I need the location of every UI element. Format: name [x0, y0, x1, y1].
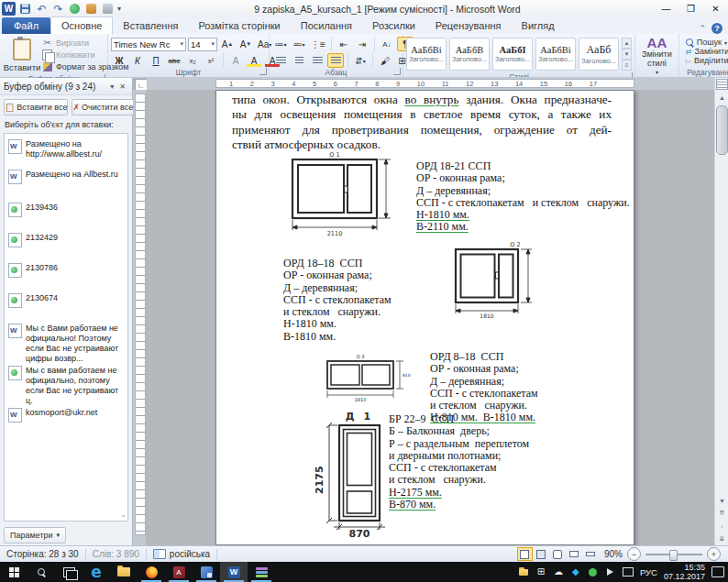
- tray-blue-icon[interactable]: ◆: [570, 567, 581, 577]
- previous-page-button[interactable]: ⇈: [715, 507, 728, 520]
- zoom-in-button[interactable]: +: [707, 547, 721, 561]
- clipboard-options-button[interactable]: Параметри▾: [4, 527, 66, 544]
- clipboard-item[interactable]: 2132429: [8, 233, 126, 253]
- text-effects-button[interactable]: А: [227, 53, 244, 68]
- bullets-button[interactable]: ≔▾: [272, 37, 289, 51]
- style-heading1[interactable]: АаБбВіЗаголово...: [406, 38, 447, 71]
- horizontal-ruler[interactable]: 1 2 3 4 5 6 7 8 9 10 11 12 13 14 15 16 1…: [147, 77, 714, 90]
- help-icon[interactable]: ?: [711, 23, 722, 34]
- winrar-button[interactable]: [248, 562, 275, 582]
- clipboard-item[interactable]: Мы с вами работаем не официально, поэтом…: [8, 366, 126, 406]
- bold-button[interactable]: Ж: [111, 53, 127, 68]
- draft-view-button[interactable]: [583, 547, 599, 561]
- line-spacing-button[interactable]: ⇵▾: [352, 53, 369, 68]
- select-button[interactable]: ▻Виділити▾: [686, 56, 728, 65]
- blue-app-button[interactable]: [193, 562, 220, 582]
- zoom-out-button[interactable]: −: [627, 547, 641, 561]
- shading-button[interactable]: 🖌: [377, 53, 393, 68]
- justify-button[interactable]: [327, 53, 344, 68]
- volume-icon[interactable]: [605, 568, 616, 576]
- sort-button[interactable]: А↓: [379, 37, 395, 51]
- task-view-button[interactable]: [55, 562, 83, 582]
- qat-green-button[interactable]: [68, 3, 82, 16]
- zoom-slider[interactable]: [645, 554, 702, 555]
- vertical-scrollbar[interactable]: ▲ ▼ ⇈ ◦ ⇊: [714, 78, 728, 545]
- cloud-icon[interactable]: ☁: [553, 567, 564, 577]
- pane-menu-icon[interactable]: ▾: [107, 82, 116, 91]
- find-button[interactable]: Пошук▾: [686, 38, 728, 47]
- document-page[interactable]: типа окон. Открываются окна во внутрь зд…: [215, 90, 634, 545]
- web-layout-view-button[interactable]: [550, 547, 566, 561]
- minimize-ribbon-icon[interactable]: ⌃: [699, 24, 706, 33]
- page-indicator[interactable]: Сторінка: 28 з 30: [0, 549, 86, 560]
- strikethrough-button[interactable]: abc: [166, 53, 182, 68]
- increase-indent-button[interactable]: ⇥: [354, 37, 370, 51]
- minimize-button[interactable]: —: [654, 0, 678, 17]
- scrollbar-thumb[interactable]: [716, 105, 728, 155]
- maximize-button[interactable]: ❐: [678, 0, 703, 17]
- edge-button[interactable]: e: [83, 562, 110, 582]
- zoom-level[interactable]: 90%: [604, 549, 623, 559]
- pane-close-icon[interactable]: ✕: [116, 82, 128, 91]
- pane-scroll-down-icon[interactable]: ⌄: [120, 511, 127, 519]
- tab-home[interactable]: Основне: [50, 16, 113, 34]
- vertical-ruler[interactable]: [133, 90, 146, 545]
- word-logo-icon[interactable]: W: [2, 2, 16, 16]
- action-center-icon[interactable]: [711, 566, 724, 577]
- proofing-status[interactable]: російська: [147, 549, 217, 560]
- dialog-launcher-icon[interactable]: [393, 68, 401, 75]
- keyboard-language[interactable]: РУС: [640, 567, 657, 577]
- tray-grid-icon[interactable]: ⊞: [535, 567, 546, 577]
- align-center-button[interactable]: [291, 53, 307, 68]
- clipboard-item[interactable]: kosmoport@ukr.net: [8, 408, 126, 430]
- tab-references[interactable]: Посилання: [291, 17, 362, 34]
- subscript-button[interactable]: х₂: [184, 53, 201, 68]
- print-layout-view-button[interactable]: [517, 547, 533, 561]
- select-browse-object-button[interactable]: ◦: [715, 520, 728, 533]
- tab-review[interactable]: Рецензування: [425, 17, 512, 34]
- decrease-indent-button[interactable]: ⇤: [336, 37, 352, 51]
- tab-mailings[interactable]: Розсилки: [362, 17, 425, 34]
- network-icon[interactable]: [623, 567, 634, 577]
- word-count[interactable]: Слів: 3 890: [86, 549, 147, 560]
- tab-page-layout[interactable]: Розмітка сторінки: [188, 17, 290, 34]
- clock[interactable]: 15:35 07.12.2017: [664, 563, 705, 581]
- outline-view-button[interactable]: [567, 547, 582, 561]
- next-page-button[interactable]: ⇊: [715, 533, 728, 545]
- clipboard-item[interactable]: Размещено на Allbest.ru: [8, 170, 126, 192]
- superscript-button[interactable]: х²: [203, 53, 219, 68]
- underline-button[interactable]: П: [148, 53, 164, 68]
- tab-file[interactable]: Файл: [2, 17, 50, 34]
- italic-button[interactable]: К: [129, 53, 146, 68]
- shrink-font-button[interactable]: А▼: [237, 37, 254, 51]
- undo-button[interactable]: ↶: [35, 3, 49, 16]
- tab-view[interactable]: Вигляд: [512, 17, 565, 34]
- highlight-color-button[interactable]: А: [246, 53, 262, 68]
- clipboard-item[interactable]: 2139436: [8, 203, 126, 223]
- scroll-down-icon[interactable]: ▼: [715, 494, 728, 507]
- scroll-up-icon[interactable]: ▲: [715, 91, 728, 104]
- start-button[interactable]: [0, 562, 28, 582]
- numbering-button[interactable]: ≕▾: [291, 37, 307, 51]
- clipboard-item[interactable]: Мы с Вами работаем не официально! Поэтом…: [8, 324, 126, 364]
- file-explorer-button[interactable]: [110, 562, 138, 582]
- style-heading5[interactable]: АаБбЗаголово...: [579, 38, 619, 71]
- save-button[interactable]: [18, 3, 32, 16]
- tray-green-status-icon[interactable]: [588, 568, 599, 577]
- ruler-toggle-button[interactable]: [716, 79, 728, 90]
- print-preview-button[interactable]: [84, 3, 98, 16]
- dialog-launcher-icon[interactable]: [259, 68, 267, 75]
- clipboard-item[interactable]: Размещено на http://www.allbest.ru/: [8, 139, 126, 161]
- multilevel-list-button[interactable]: ⋮≡: [309, 37, 327, 51]
- font-name-combo[interactable]: Times New Rc▾: [111, 38, 186, 51]
- tab-insert[interactable]: Вставлення: [113, 17, 188, 34]
- style-heading2[interactable]: АаБбВЗаголово...: [449, 38, 490, 71]
- grow-font-button[interactable]: А▲: [219, 37, 236, 51]
- redo-button[interactable]: ↷: [51, 3, 65, 16]
- word-taskbar-button[interactable]: W: [220, 562, 248, 582]
- clipboard-item[interactable]: 2130786: [8, 263, 126, 283]
- style-heading3[interactable]: АаБбІЗаголово...: [492, 38, 533, 71]
- styles-more[interactable]: ≡: [622, 60, 632, 71]
- tray-app-icon[interactable]: [518, 569, 529, 576]
- change-styles-button[interactable]: АА Змінити стилі▾: [638, 36, 676, 77]
